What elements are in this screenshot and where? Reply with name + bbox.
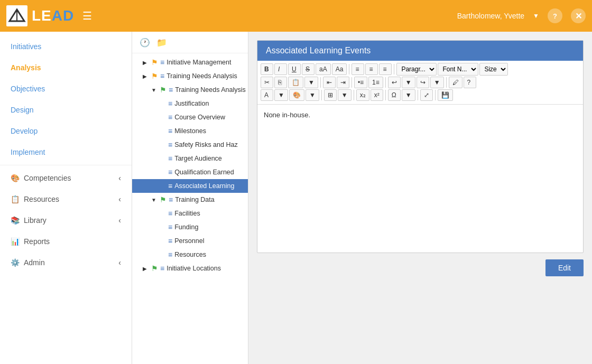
doc-icon-11: ≡ [169, 195, 173, 204]
tree-item-personnel[interactable]: ≡ Personnel [132, 234, 248, 248]
toolbar-ordered-list[interactable]: 1≡ [368, 77, 383, 88]
toolbar-underline[interactable]: U [288, 63, 301, 75]
sidebar-item-develop[interactable]: Develop [0, 120, 132, 142]
tree-item-associated-learning[interactable]: ≡ Associated Learning [132, 179, 248, 193]
tree-item-resources[interactable]: ≡ Resources [132, 248, 248, 262]
main-layout: Initiatives Analysis Objectives Design D… [0, 32, 592, 364]
admin-chevron: ‹ [118, 258, 121, 267]
sidebar-section-admin[interactable]: ⚙️ Admin ‹ [0, 252, 132, 273]
tree-label-tna-2: Training Needs Analysis [175, 86, 246, 94]
tree-item-milestones[interactable]: ≡ Milestones [132, 124, 248, 138]
settings-icon[interactable]: ✕ [571, 8, 586, 23]
toolbar-redo[interactable]: ↪ [417, 77, 429, 88]
toolbar-font-color[interactable]: A [261, 89, 273, 101]
toolbar-strikethrough[interactable]: S [302, 63, 314, 75]
sidebar-item-initiatives[interactable]: Initiatives [0, 36, 132, 57]
resources-label: Resources [24, 195, 59, 203]
user-dropdown-arrow[interactable]: ▼ [533, 12, 539, 20]
user-name[interactable]: Bartholomew, Yvette [457, 12, 524, 20]
tree-item-tna-2[interactable]: ▼ ⚑ ≡ Training Needs Analysis [132, 83, 248, 97]
tree-arrow-empty [160, 101, 166, 107]
toolbar-redo-dropdown[interactable]: ▼ [430, 77, 444, 88]
tb-sep-2 [394, 64, 394, 74]
tree-item-facilities[interactable]: ≡ Facilities [132, 207, 248, 220]
sidebar-item-objectives[interactable]: Objectives [0, 78, 132, 99]
toolbar-table-dropdown[interactable]: ▼ [338, 89, 352, 101]
toolbar-undo[interactable]: ↩ [388, 77, 401, 88]
tree-item-course-overview[interactable]: ≡ Course Overview [132, 110, 248, 124]
toolbar-lowercase[interactable]: aA [316, 63, 331, 75]
doc-icon: ≡ [160, 58, 164, 67]
toolbar-paste[interactable]: 📋 [288, 77, 303, 88]
toolbar-save[interactable]: 💾 [438, 89, 453, 101]
sidebar-section-library[interactable]: 📚 Library ‹ [0, 210, 132, 231]
edit-button[interactable]: Edit [545, 259, 584, 276]
tree-label-safety-risks: Safety Risks and Haz [174, 141, 238, 148]
toolbar-size-select[interactable]: Size [479, 63, 508, 76]
toolbar-special-dropdown[interactable]: ▼ [402, 89, 415, 101]
toolbar-help[interactable]: ? [464, 77, 476, 88]
toolbar-format[interactable]: 🖊 [449, 77, 462, 88]
sidebar-section-resources[interactable]: 📋 Resources ‹ [0, 189, 132, 210]
toolbar-unordered-list[interactable]: •≡ [354, 77, 367, 88]
tree-item-qualification-earned[interactable]: ≡ Qualification Earned [132, 165, 248, 179]
tree-arrow-down-2: ▼ [151, 197, 158, 203]
sidebar-section-competencies[interactable]: 🎨 Competencies ‹ [0, 167, 132, 189]
tree-item-justification[interactable]: ≡ Justification [132, 97, 248, 110]
toolbar-increase-indent[interactable]: ⇥ [337, 77, 349, 88]
sidebar-item-implement[interactable]: Implement [0, 142, 132, 163]
doc-icon-13: ≡ [168, 223, 172, 231]
toolbar-align-center[interactable]: ≡ [365, 63, 378, 75]
toolbar-capitalize[interactable]: Aa [332, 63, 347, 75]
tree-item-initiative-locations[interactable]: ▶ ⚑ ≡ Initiative Locations [132, 262, 248, 275]
tree-item-tna-1[interactable]: ▶ ⚑ ≡ Training Needs Analysis [132, 69, 248, 83]
toolbar-table[interactable]: ⊞ [324, 89, 337, 101]
sidebar-item-design[interactable]: Design [0, 99, 132, 120]
editor-content[interactable]: None in-house. [257, 105, 583, 253]
hamburger-menu[interactable]: ☰ [82, 10, 92, 22]
tree-label-target-audience: Target Audience [174, 155, 222, 162]
tree-item-safety-risks[interactable]: ≡ Safety Risks and Haz [132, 138, 248, 152]
develop-label: Develop [11, 127, 38, 135]
doc-icon-4: ≡ [168, 99, 172, 108]
toolbar-font-select[interactable]: Font N... [438, 63, 478, 76]
doc-icon-9: ≡ [168, 168, 172, 176]
toolbar-font-color-dropdown[interactable]: ▼ [274, 89, 288, 101]
toolbar-row-1: B I U S aA Aa ≡ ≡ ≡ Paragr... [261, 63, 580, 76]
folder-icon[interactable]: 📁 [155, 36, 168, 49]
analysis-label: Analysis [11, 63, 41, 72]
toolbar-align-right[interactable]: ≡ [379, 63, 392, 75]
toolbar-highlight-dropdown[interactable]: ▼ [306, 89, 319, 101]
toolbar-bold[interactable]: B [261, 63, 273, 75]
edit-button-row: Edit [257, 259, 584, 276]
doc-icon-6: ≡ [168, 127, 172, 135]
tree-arrow-empty-5 [160, 156, 166, 162]
reports-icon: 📊 [11, 237, 20, 246]
sidebar-item-analysis[interactable]: Analysis [0, 57, 132, 78]
admin-label: Admin [24, 258, 45, 267]
tree-item-funding[interactable]: ≡ Funding [132, 220, 248, 234]
tree-item-training-data[interactable]: ▼ ⚑ ≡ Training Data [132, 193, 248, 207]
toolbar-undo-dropdown[interactable]: ▼ [402, 77, 415, 88]
toolbar-paragraph-select[interactable]: Paragr... [396, 63, 437, 76]
toolbar-superscript[interactable]: x² [371, 89, 383, 101]
toolbar-decrease-indent[interactable]: ⇤ [323, 77, 336, 88]
toolbar-copy[interactable]: ⎘ [274, 77, 287, 88]
tree-item-initiative-mgmt[interactable]: ▶ ⚑ ≡ Initiative Management [132, 55, 248, 69]
toolbar-align-left[interactable]: ≡ [352, 63, 364, 75]
toolbar-special-chars[interactable]: Ω [388, 89, 401, 101]
tree-label-associated-learning: Associated Learning [174, 182, 234, 190]
sidebar-section-reports[interactable]: 📊 Reports [0, 231, 132, 252]
toolbar-italic[interactable]: I [274, 63, 287, 75]
toolbar-highlight[interactable]: 🎨 [289, 89, 304, 101]
logo-text: LEAD [32, 7, 74, 24]
tree-item-target-audience[interactable]: ≡ Target Audience [132, 152, 248, 165]
tree-arrow-empty-4 [160, 142, 166, 148]
help-icon[interactable]: ? [548, 8, 562, 23]
toolbar-subscript[interactable]: x₂ [356, 89, 369, 101]
toolbar-expand[interactable]: ⤢ [420, 89, 433, 101]
toolbar-cut[interactable]: ✂ [261, 77, 273, 88]
history-icon[interactable]: 🕐 [138, 36, 151, 49]
toolbar-paste-dropdown[interactable]: ▼ [304, 77, 318, 88]
tb-sep-4 [352, 77, 352, 88]
